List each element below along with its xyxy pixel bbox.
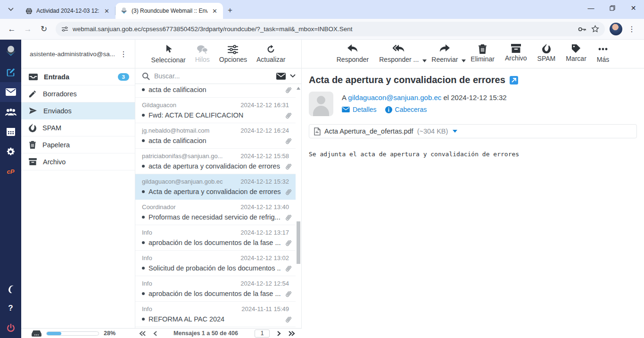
details-link[interactable]: Detalles (342, 106, 377, 113)
reply-all-icon (393, 44, 405, 54)
folder-label: Borradores (43, 90, 129, 98)
attachment-menu-icon[interactable] (453, 130, 457, 133)
quota-bar (46, 331, 99, 336)
search-input[interactable] (154, 72, 272, 80)
recipient-address-link[interactable]: gildaguacon@sanjuan.gob.ec (348, 93, 441, 101)
first-page-icon[interactable] (139, 331, 146, 336)
back-button[interactable]: ← (5, 22, 19, 36)
reply-all-button[interactable]: Responder ... (379, 44, 419, 63)
help-button[interactable]: ? (0, 298, 21, 318)
browser-tab-activity[interactable]: Actividad 2024-12-03 12:30:00 ✕ (21, 3, 115, 19)
folder-item-entrada[interactable]: Entrada 3 (21, 68, 135, 85)
folder-options-icon[interactable]: ⋮ (116, 50, 131, 59)
mail-view-panel: Responder Responder ... Reenviar Elimina… (302, 40, 644, 338)
spam-button[interactable]: SPAM (537, 44, 556, 62)
info-icon (385, 106, 392, 113)
browser-tab-roundcube[interactable]: (3) Roundcube Webmail :: Envia ✕ (116, 3, 223, 19)
threads-button[interactable]: Hilos (195, 45, 210, 63)
forward-button[interactable]: Reenviar (431, 44, 458, 63)
browser-menu-icon[interactable]: ⋮ (624, 25, 639, 34)
close-tab-icon[interactable]: ✕ (211, 8, 218, 15)
message-row-selected[interactable]: gildaguacon@sanjuan.gob.ec2024-12-12 15:… (135, 174, 296, 200)
close-tab-icon[interactable]: ✕ (103, 8, 110, 15)
roundcube-logo (0, 40, 21, 62)
minimize-button[interactable]: — (580, 0, 602, 16)
message-row[interactable]: Gildaguacon2024-12-12 16:31 Fwd: ACTA DE… (135, 98, 296, 123)
archive-button[interactable]: Archivo (505, 44, 527, 62)
rail-item-calendar[interactable] (0, 122, 21, 142)
message-row[interactable]: Info2024-12-12 13:02 Solicitud de probac… (135, 251, 296, 276)
delete-button[interactable]: Eliminar (471, 44, 495, 63)
folder-item-enviados[interactable]: Enviados (21, 102, 135, 119)
pointer-icon (164, 44, 173, 55)
message-row[interactable]: patriciabonifas@sanjuan.go...2024-12-12 … (135, 149, 296, 174)
next-page-icon[interactable] (277, 331, 281, 336)
folder-item-papelera[interactable]: Papelera (21, 136, 135, 153)
open-in-new-window-icon[interactable] (510, 76, 518, 84)
address-bar[interactable]: webmail.sanjuan.gob.ec/cpsess6773850452/… (56, 22, 605, 36)
scroll-up-icon[interactable] (297, 87, 300, 90)
headers-link[interactable]: Cabeceras (385, 106, 427, 113)
prev-page-icon[interactable] (153, 331, 157, 336)
forward-button[interactable]: → (21, 22, 35, 36)
message-row[interactable]: Info2024-11-11 15:49 REFORMA AL PAC 2024 (135, 302, 296, 327)
attachment-bar[interactable]: Acta Apertura_de_ofertas.pdf (~304 KB) (309, 124, 637, 138)
page-input[interactable] (255, 330, 270, 338)
reply-button[interactable]: Responder (337, 44, 369, 63)
mail-icon (6, 88, 16, 96)
unread-dot (142, 88, 145, 91)
folder-item-borradores[interactable]: Borradores (21, 85, 135, 102)
search-options-chevron-icon[interactable] (290, 74, 296, 78)
select-button[interactable]: Seleccionar (151, 44, 186, 64)
attachment-name[interactable]: Acta Apertura_de_ofertas.pdf (324, 127, 413, 135)
message-row[interactable]: Info2024-12-12 12:54 aprobación de los d… (135, 276, 296, 302)
message-row[interactable]: Coordinador2024-12-12 13:40 Proformas de… (135, 200, 296, 225)
search-scope-mail-icon[interactable] (276, 73, 286, 80)
webmail-app: cP ? asistente-administrativo@sa... ⋮ En… (0, 40, 644, 338)
mark-button[interactable]: Marcar (566, 44, 586, 62)
message-list: acta de calificacion Gildaguacon2024-12-… (135, 84, 301, 338)
url-text: webmail.sanjuan.gob.ec/cpsess6773850452/… (73, 25, 574, 33)
unread-dot (142, 318, 145, 321)
refresh-button[interactable]: Actualizar (256, 44, 285, 63)
folder-label: Archivo (43, 158, 129, 166)
message-row[interactable]: acta de calificacion (135, 84, 296, 98)
mail-subject: Acta de apertura y convalidacion de erro… (309, 75, 505, 85)
compose-button[interactable] (0, 62, 21, 82)
new-tab-button[interactable]: + (223, 6, 238, 19)
tab-search-button[interactable] (3, 3, 19, 16)
last-page-icon[interactable] (289, 331, 295, 336)
rail-item-settings[interactable] (0, 142, 21, 161)
account-email: asistente-administrativo@sa... (30, 51, 116, 58)
folder-item-spam[interactable]: SPAM (21, 119, 135, 136)
rail-item-contacts[interactable] (0, 102, 21, 122)
logout-button[interactable] (0, 318, 21, 338)
restore-button[interactable] (602, 0, 623, 16)
archive-icon (511, 44, 521, 53)
message-row[interactable]: Info2024-12-12 13:17 aprobación de los d… (135, 225, 296, 251)
attachment-size: (~304 KB) (417, 127, 448, 135)
attachment-icon (285, 111, 294, 119)
rail-item-mail[interactable] (0, 82, 21, 102)
options-button[interactable]: Opciones (219, 45, 247, 63)
gear-icon (6, 147, 16, 157)
quota-fill (47, 332, 61, 335)
cpanel-logo[interactable]: cP (0, 161, 21, 181)
more-button[interactable]: Más (597, 44, 609, 63)
tab-title: (3) Roundcube Webmail :: Envia (132, 8, 207, 14)
close-window-button[interactable]: ✕ (623, 0, 644, 16)
reload-button[interactable]: ↻ (37, 22, 51, 36)
password-key-icon[interactable] (578, 26, 587, 32)
bookmark-star-icon[interactable] (591, 25, 599, 33)
dark-mode-toggle[interactable] (0, 279, 21, 298)
list-scrollbar[interactable] (296, 84, 301, 338)
tag-icon (571, 44, 581, 53)
folder-item-archivo[interactable]: Archivo (21, 153, 135, 170)
mail-content: Acta de apertura y convalidacion de erro… (302, 68, 644, 164)
browser-profile-avatar[interactable] (610, 23, 622, 35)
scrollbar-thumb[interactable] (297, 221, 300, 264)
reply-all-dropdown-icon[interactable] (422, 59, 427, 62)
forward-dropdown-icon[interactable] (462, 59, 466, 62)
attachment-icon (285, 264, 294, 272)
message-row[interactable]: jg.nebaldo@hotmail.com2024-12-12 16:24 a… (135, 123, 296, 149)
